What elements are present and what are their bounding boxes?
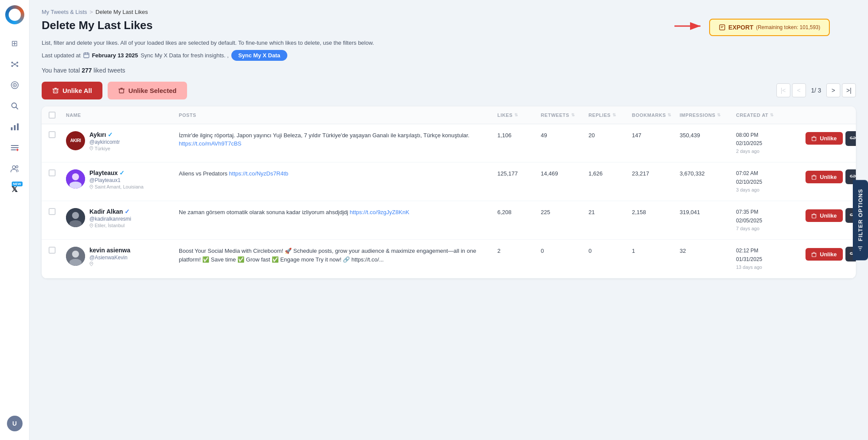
impressions-cell-1: 350,439 — [680, 131, 736, 139]
user-avatar-2 — [66, 169, 85, 189]
impressions-cell-3: 319,041 — [680, 208, 736, 215]
th-created-at[interactable]: CREATED AT ⇅ — [736, 112, 806, 119]
replies-cell-3: 21 — [589, 208, 632, 215]
created-date-1: 02/10/2025 — [736, 139, 762, 148]
svg-rect-15 — [14, 125, 16, 130]
svg-point-3 — [11, 65, 13, 67]
svg-point-60 — [72, 251, 79, 258]
user-info-4: kevin asienwa @AsienwaKevin — [89, 247, 130, 266]
actions-cell-1: Unlike — [806, 131, 849, 146]
post-cell-4: Boost Your Social Media with Circleboom!… — [179, 247, 497, 264]
breadcrumb-parent[interactable]: My Tweets & Lists — [42, 9, 87, 15]
created-time-3: 07:35 PM — [736, 208, 762, 216]
user-location-3: Etiler, İstanbul — [89, 223, 131, 228]
created-date-2: 02/10/2025 — [736, 178, 762, 186]
created-at-cell-3: 07:35 PM 02/05/2025 7 days ago — [736, 208, 806, 232]
post-text-3: Ne zaman görsem otomatik olarak sonuna k… — [179, 208, 409, 217]
pagination: |< < 1/ 3 > >| — [776, 83, 856, 97]
user-location-1: Türkiye — [89, 146, 120, 151]
unlike-button-3[interactable]: Unlike — [806, 209, 843, 222]
created-date-3: 02/05/2025 — [736, 217, 762, 225]
th-check — [49, 112, 66, 119]
likes-cell-1: 1,106 — [497, 131, 541, 139]
row-checkbox-1[interactable] — [49, 131, 66, 138]
row-checkbox-3[interactable] — [49, 208, 66, 215]
last-updated-date: February 13 2025 — [92, 52, 138, 59]
link-button-1[interactable] — [845, 131, 856, 146]
page-title: Delete My Last Likes — [42, 19, 153, 32]
bookmarks-cell-3: 2,158 — [632, 208, 680, 215]
verified-icon-3: ✓ — [125, 208, 130, 215]
first-page-button[interactable]: |< — [776, 83, 790, 97]
analytics-icon[interactable] — [6, 118, 23, 136]
user-name-2: Playteaux ✓ — [89, 169, 144, 176]
unlike-all-button[interactable]: Unlike All — [42, 82, 102, 99]
svg-point-53 — [72, 212, 79, 219]
user-avatar[interactable]: U — [7, 416, 23, 431]
unlike-button-1[interactable]: Unlike — [806, 132, 843, 145]
user-avatar-4 — [66, 247, 85, 266]
unlike-selected-button[interactable]: Unlike Selected — [108, 82, 187, 99]
data-table: NAME POSTS LIKES ⇅ RETWEETS ⇅ REPLIES ⇅ — [42, 106, 856, 279]
next-page-button[interactable]: > — [826, 83, 840, 97]
unlike-button-2[interactable]: Unlike — [806, 171, 843, 183]
prev-page-button[interactable]: < — [792, 83, 806, 97]
dashboard-icon[interactable]: ⊞ — [6, 35, 23, 52]
svg-rect-38 — [119, 89, 124, 93]
th-retweets[interactable]: RETWEETS ⇅ — [541, 112, 589, 119]
table-header-row: NAME POSTS LIKES ⇅ RETWEETS ⇅ REPLIES ⇅ — [42, 106, 856, 124]
app-logo[interactable] — [5, 5, 24, 24]
th-bookmarks[interactable]: BOOKMARKS ⇅ — [632, 112, 680, 119]
unlike-button-4[interactable]: Unlike — [806, 248, 843, 261]
impressions-cell-4: 32 — [680, 247, 736, 254]
created-time-1: 08:00 PM — [736, 131, 762, 139]
th-impressions[interactable]: IMPRESSIONS ⇅ — [680, 112, 736, 119]
post-cell-3: Ne zaman görsem otomatik olarak sonuna k… — [179, 208, 497, 217]
user-cell-2: Playteaux ✓ @Playteaux1 Saint Amant, Lou… — [66, 169, 179, 189]
th-replies[interactable]: REPLIES ⇅ — [589, 112, 632, 119]
retweets-cell-4: 0 — [541, 247, 589, 254]
likes-cell-3: 6,208 — [497, 208, 541, 215]
th-likes[interactable]: LIKES ⇅ — [497, 112, 541, 119]
sidebar: ⊞ — [0, 0, 30, 440]
lists-icon[interactable] — [6, 139, 23, 156]
export-token: (Remaining token: 101,593) — [756, 24, 820, 30]
filter-icon — [858, 245, 864, 251]
created-at-cell-4: 02:12 PM 01/31/2025 13 days ago — [736, 247, 806, 271]
row-checkbox-2[interactable] — [49, 169, 66, 176]
target-icon[interactable] — [6, 76, 23, 94]
filter-options-panel[interactable]: FILTER OPTIONS — [853, 180, 868, 260]
svg-rect-14 — [11, 127, 13, 130]
page-header: Delete My Last Likes — [42, 19, 856, 36]
impressions-cell-2: 3,670,332 — [680, 169, 736, 177]
user-location-4 — [89, 261, 130, 266]
user-avatar-1: AKIRI — [66, 131, 85, 150]
svg-point-47 — [69, 182, 82, 189]
users-icon[interactable] — [6, 160, 23, 177]
filter-options-label: FILTER OPTIONS — [857, 189, 864, 241]
user-handle-1: @aykiricomtr — [89, 139, 120, 145]
export-button[interactable]: EXPORT (Remaining token: 101,593) — [709, 19, 830, 36]
last-page-button[interactable]: >| — [842, 83, 856, 97]
sync-text: Sync My X Data for fresh insights. , — [141, 52, 229, 59]
th-actions — [806, 112, 849, 119]
svg-line-8 — [16, 65, 16, 66]
last-updated-row: Last updated at February 13 2025 Sync My… — [42, 50, 856, 61]
last-updated-label: Last updated at — [42, 52, 81, 59]
total-suffix: liked tweets — [93, 67, 125, 74]
post-text-4: Boost Your Social Media with Circleboom!… — [179, 247, 497, 264]
likes-cell-4: 2 — [497, 247, 541, 254]
svg-line-13 — [16, 107, 18, 109]
table-row: kevin asienwa @AsienwaKevin Boost Your S… — [42, 240, 856, 278]
svg-rect-16 — [17, 123, 19, 130]
search-icon[interactable] — [6, 97, 23, 115]
user-handle-4: @AsienwaKevin — [89, 255, 130, 261]
replies-cell-4: 0 — [589, 247, 632, 254]
twitter-x-icon[interactable]: 𝕏 NEW — [6, 181, 23, 198]
row-checkbox-4[interactable] — [49, 247, 66, 254]
svg-line-6 — [16, 63, 16, 64]
retweets-cell-2: 14,469 — [541, 169, 589, 177]
network-icon[interactable] — [6, 56, 23, 73]
sync-button[interactable]: Sync My X Data — [231, 50, 287, 61]
select-all-checkbox[interactable] — [49, 112, 56, 119]
